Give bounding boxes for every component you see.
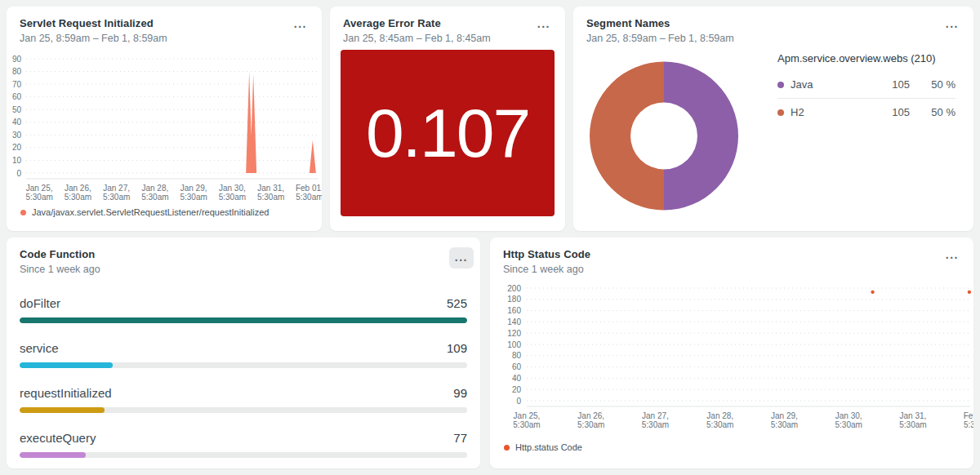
bar-label: service	[20, 341, 59, 355]
x-axis-tick-label: Feb 01,	[296, 184, 322, 193]
bar-row-requestinitialized: requestInitialized99	[20, 386, 467, 413]
legend-row-java: Java10550 %	[777, 71, 956, 99]
y-axis-tick-label: 20	[12, 143, 22, 152]
x-axis-tick-label: 5:30am	[65, 193, 91, 202]
x-axis-tick-label: Jan 30,	[835, 411, 862, 420]
pie-slice-h2	[590, 62, 664, 211]
y-axis-tick-label: 40	[512, 374, 522, 383]
x-axis-tick-label: Jan 26,	[65, 184, 91, 193]
ellipsis-icon: ...	[294, 17, 307, 30]
y-axis-tick-label: 20	[512, 385, 522, 394]
widget-time-range: Jan 25, 8:59am – Feb 1, 8:59am	[20, 33, 309, 44]
bar-label: requestInitialized	[20, 386, 112, 400]
billboard-value: 0.107	[341, 50, 555, 216]
ellipsis-icon: ...	[946, 17, 959, 30]
widget-title: Segment Names	[586, 17, 960, 29]
bar-value: 109	[447, 341, 467, 355]
y-axis-tick-label: 40	[12, 118, 22, 127]
x-axis-tick-label: 5:30am	[219, 193, 246, 202]
y-axis-tick-label: 60	[512, 362, 522, 371]
bar-list: doFilter525service109requestInitialized9…	[7, 296, 480, 458]
bar-track	[20, 362, 467, 368]
y-axis-tick-label: 180	[507, 295, 521, 304]
legend-percent: 50 %	[910, 78, 956, 91]
widget-header: Segment Names Jan 25, 8:59am – Feb 1, 8:…	[573, 7, 973, 44]
bar-row-dofilter: doFilter525	[20, 296, 467, 323]
x-axis-tick-label: 5:30am	[899, 420, 926, 429]
legend-label: H2	[791, 106, 862, 118]
ellipsis-menu-button[interactable]: ...	[291, 18, 310, 29]
legend-table-rows: Java10550 %H210550 %	[777, 71, 956, 126]
y-axis-tick-label: 80	[12, 67, 22, 76]
y-axis-tick-label: 50	[12, 105, 22, 114]
x-axis-tick-label: 5:30am	[771, 420, 798, 429]
x-axis-tick-label: 5:30am	[103, 193, 130, 202]
widget-time-range: Since 1 week ago	[20, 264, 467, 275]
y-axis-tick-label: 120	[507, 329, 521, 338]
legend-label: Java	[791, 78, 862, 91]
x-axis-tick-label: Jan 28,	[706, 411, 733, 420]
x-axis-tick-label: 5:30am	[141, 193, 168, 202]
bar-fill	[20, 407, 105, 413]
y-axis-tick-label: 140	[507, 317, 521, 326]
widget-header: Servlet Request Initialized Jan 25, 8:59…	[7, 7, 322, 44]
x-axis-tick-label: Jan 27,	[642, 411, 669, 420]
widget-title: Average Error Rate	[343, 17, 552, 29]
legend-value: 105	[862, 78, 910, 91]
y-axis-tick-label: 0	[16, 169, 21, 178]
bar-row-service: service109	[20, 341, 467, 368]
bar-value: 525	[447, 296, 467, 310]
series-dot-icon	[504, 445, 510, 451]
bar-value: 77	[453, 431, 467, 445]
series-legend-label: Java/javax.servlet.ServletRequestListene…	[32, 207, 269, 217]
ellipsis-menu-button[interactable]: ...	[942, 249, 962, 260]
widget-code-function: Code Function Since 1 week ago ... doFil…	[7, 238, 480, 468]
series-dot-icon	[777, 109, 784, 116]
x-axis-tick-label: 5:30am	[513, 420, 540, 429]
x-axis-tick-label: Jan 31,	[900, 411, 927, 420]
widget-time-range: Jan 25, 8:45am – Feb 1, 8:45am	[343, 33, 552, 44]
legend-percent: 50 %	[910, 106, 956, 118]
x-axis-tick-label: Jan 25,	[514, 411, 541, 420]
y-axis-tick-label: 160	[507, 306, 521, 315]
x-axis-tick-label: Jan 25,	[26, 184, 53, 193]
x-axis-tick-label: 5:30am	[296, 193, 322, 202]
area-chart: 0102030405060708090Jan 25,5:30amJan 26,5…	[7, 46, 322, 206]
widget-header: Average Error Rate Jan 25, 8:45am – Feb …	[330, 7, 565, 44]
bar-row-executequery: executeQuery77	[20, 431, 467, 458]
x-axis-tick-label: Jan 26,	[577, 411, 604, 420]
bar-label: executeQuery	[20, 431, 96, 445]
y-axis-tick-label: 100	[507, 340, 521, 349]
x-axis-tick-label: Jan 31,	[257, 184, 284, 193]
scatter-chart: 020406080100120140160180200Jan 25,5:30am…	[490, 277, 973, 432]
widget-time-range: Since 1 week ago	[503, 264, 960, 275]
x-axis-tick-label: 5:30am	[577, 420, 604, 429]
ellipsis-menu-button[interactable]: ...	[449, 247, 474, 269]
y-axis-tick-label: 70	[12, 80, 22, 89]
x-axis-tick-label: 5:30am	[964, 420, 973, 429]
series-dot-icon	[777, 82, 784, 88]
y-axis-tick-label: 90	[12, 55, 22, 64]
widget-title: Servlet Request Initialized	[20, 17, 309, 29]
ellipsis-menu-button[interactable]: ...	[534, 18, 554, 29]
widget-segment-names: Segment Names Jan 25, 8:59am – Feb 1, 8:…	[573, 7, 973, 231]
x-axis-tick-label: Jan 30,	[219, 184, 246, 193]
widget-servlet-request-initialized: Servlet Request Initialized Jan 25, 8:59…	[7, 7, 322, 231]
y-axis-tick-label: 80	[512, 351, 522, 360]
widget-title: Code Function	[20, 248, 467, 260]
ellipsis-menu-button[interactable]: ...	[942, 18, 962, 29]
x-axis-tick-label: 5:30am	[25, 193, 52, 202]
y-axis-tick-label: 200	[507, 284, 521, 293]
pie-slice-java	[664, 62, 738, 211]
bar-label: doFilter	[20, 296, 60, 310]
ellipsis-icon: ...	[455, 251, 468, 264]
ellipsis-icon: ...	[537, 17, 550, 30]
x-axis-tick-label: 5:30am	[180, 193, 207, 202]
x-axis-tick-label: Jan 28,	[141, 184, 168, 193]
series-legend-label: Http.status Code	[515, 442, 582, 452]
bar-fill	[20, 452, 86, 458]
legend-value: 105	[862, 106, 910, 118]
bar-fill	[20, 362, 113, 368]
data-point	[968, 291, 971, 294]
chart-legend: Java/javax.servlet.ServletRequestListene…	[7, 207, 322, 217]
